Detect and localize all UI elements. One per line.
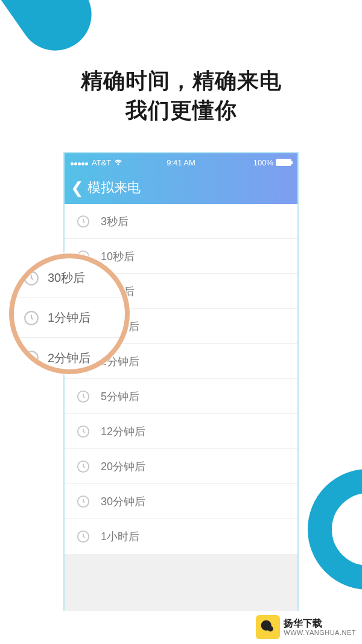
watermark-logo-icon bbox=[256, 615, 280, 639]
list-item[interactable]: 3秒后 bbox=[65, 204, 297, 239]
list-item-label: 20分钟后 bbox=[101, 459, 145, 474]
clock-icon bbox=[77, 530, 90, 543]
battery-icon bbox=[276, 159, 291, 166]
phone-mockup: AT&T 9:41 AM 100% ❮ 模拟来电 3秒后 10秒后 30秒后 bbox=[63, 152, 299, 611]
list-item-label: 10秒后 bbox=[101, 249, 135, 264]
time-options-list: 3秒后 10秒后 30秒后 1分钟后 2分钟后 5分钟后 12分钟后 20分钟 bbox=[65, 204, 297, 554]
clock-icon bbox=[24, 350, 39, 366]
magnifier-highlight: 30秒后 1分钟后 2分钟后 bbox=[9, 253, 130, 374]
magnifier-item: 1分钟后 bbox=[14, 298, 125, 338]
watermark: 扬华下载 WWW.YANGHUA.NET bbox=[256, 615, 356, 639]
wifi-icon bbox=[114, 158, 122, 167]
magnifier-item-label: 30秒后 bbox=[48, 270, 85, 286]
list-item[interactable]: 20分钟后 bbox=[65, 449, 297, 484]
magnifier-item-label: 1分钟后 bbox=[48, 310, 91, 326]
nav-bar: ❮ 模拟来电 bbox=[65, 171, 297, 204]
status-right: 100% bbox=[253, 158, 291, 167]
promo-headline: 精确时间，精确来电 我们更懂你 bbox=[0, 66, 362, 125]
clock-icon bbox=[77, 390, 90, 403]
back-button[interactable]: ❮ bbox=[71, 179, 84, 197]
magnifier-item-label: 2分钟后 bbox=[48, 350, 91, 366]
clock-icon bbox=[77, 425, 90, 438]
headline-line2: 我们更懂你 bbox=[125, 98, 237, 123]
clock-icon bbox=[24, 310, 39, 326]
list-item[interactable]: 1小时后 bbox=[65, 519, 297, 554]
list-item-label: 1小时后 bbox=[101, 529, 139, 544]
svg-point-12 bbox=[25, 351, 38, 365]
clock-icon bbox=[24, 270, 39, 286]
headline-line1: 精确时间，精确来电 bbox=[81, 68, 282, 93]
clock-icon bbox=[77, 215, 90, 228]
list-item-label: 5分钟后 bbox=[101, 389, 139, 404]
list-item[interactable]: 30分钟后 bbox=[65, 484, 297, 519]
status-left: AT&T bbox=[71, 158, 122, 167]
list-item-label: 12分钟后 bbox=[101, 424, 145, 439]
watermark-brand: 扬华下载 bbox=[284, 617, 356, 629]
list-item[interactable]: 12分钟后 bbox=[65, 414, 297, 449]
carrier-label: AT&T bbox=[92, 158, 111, 167]
signal-icon bbox=[71, 158, 89, 167]
status-time: 9:41 AM bbox=[167, 158, 195, 167]
watermark-url: WWW.YANGHUA.NET bbox=[284, 629, 356, 637]
list-item[interactable]: 5分钟后 bbox=[65, 379, 297, 414]
decorative-shape-top bbox=[0, 0, 106, 65]
watermark-text: 扬华下载 WWW.YANGHUA.NET bbox=[284, 617, 356, 637]
list-item-label: 3秒后 bbox=[101, 214, 129, 229]
clock-icon bbox=[77, 495, 90, 508]
status-bar: AT&T 9:41 AM 100% bbox=[65, 153, 297, 171]
list-item-label: 30分钟后 bbox=[101, 494, 145, 509]
decorative-shape-bottom bbox=[308, 469, 362, 590]
battery-percent: 100% bbox=[253, 158, 273, 167]
nav-title: 模拟来电 bbox=[87, 179, 141, 197]
clock-icon bbox=[77, 460, 90, 473]
